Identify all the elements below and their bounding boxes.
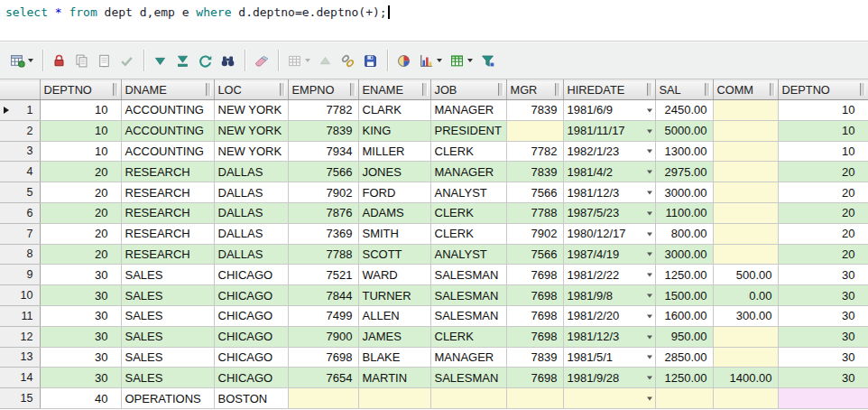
refresh-button[interactable] bbox=[195, 49, 216, 72]
cell-deptno[interactable]: 30 bbox=[40, 326, 121, 347]
cell-empno[interactable]: 7900 bbox=[288, 326, 358, 347]
sql-editor[interactable]: select * from dept d,emp e where d.deptn… bbox=[0, 0, 868, 42]
cell-hiredate[interactable]: 1981/12/3 bbox=[563, 182, 655, 203]
cell-mgr[interactable] bbox=[506, 388, 563, 409]
date-dropdown-icon[interactable] bbox=[647, 232, 652, 236]
cell-hiredate[interactable]: 1987/4/19 bbox=[563, 244, 655, 265]
cell-ename[interactable]: BLAKE bbox=[358, 347, 430, 368]
date-dropdown-icon[interactable] bbox=[647, 211, 652, 215]
cell-ename[interactable]: ADAMS bbox=[358, 202, 430, 223]
cell-dname[interactable]: SALES bbox=[121, 265, 214, 285]
cell-empno[interactable]: 7566 bbox=[288, 162, 358, 182]
cell-deptno2[interactable]: 10 bbox=[778, 100, 868, 121]
cell-deptno[interactable]: 30 bbox=[40, 305, 121, 326]
cell-empno[interactable]: 7369 bbox=[288, 223, 358, 244]
column-resize-handle[interactable] bbox=[647, 83, 652, 96]
cell-ename[interactable]: JAMES bbox=[358, 326, 430, 347]
date-dropdown-icon[interactable] bbox=[647, 150, 652, 154]
chart-button[interactable] bbox=[416, 49, 445, 72]
cell-mgr[interactable]: 7698 bbox=[506, 368, 563, 388]
save-results-button[interactable] bbox=[360, 49, 381, 72]
date-dropdown-icon[interactable] bbox=[647, 294, 652, 297]
cell-sal[interactable]: 2975.00 bbox=[655, 162, 713, 182]
cell-hiredate[interactable] bbox=[563, 388, 655, 409]
cell-job[interactable]: ANALYST bbox=[430, 244, 506, 265]
row-selector[interactable]: 14 bbox=[0, 368, 40, 388]
clear-button[interactable] bbox=[251, 49, 272, 72]
cell-job[interactable]: MANAGER bbox=[430, 100, 506, 121]
cell-hiredate[interactable]: 1981/2/20 bbox=[563, 305, 655, 326]
cell-job[interactable]: SALESMAN bbox=[430, 265, 506, 285]
cell-deptno[interactable]: 10 bbox=[40, 141, 121, 162]
cell-comm[interactable]: 500.00 bbox=[713, 265, 778, 285]
time-statistics-button[interactable] bbox=[393, 49, 414, 72]
cell-mgr[interactable]: 7788 bbox=[506, 202, 563, 223]
cell-deptno2[interactable]: 20 bbox=[778, 202, 868, 223]
cell-comm[interactable] bbox=[713, 162, 778, 182]
lock-button[interactable] bbox=[49, 49, 69, 72]
cell-hiredate[interactable]: 1980/12/17 bbox=[563, 223, 655, 244]
cell-hiredate[interactable]: 1987/5/23 bbox=[563, 202, 655, 223]
cell-dname[interactable]: RESEARCH bbox=[121, 202, 214, 223]
cell-ename[interactable]: ALLEN bbox=[358, 305, 430, 326]
date-dropdown-icon[interactable] bbox=[647, 129, 652, 133]
cell-ename[interactable]: MARTIN bbox=[358, 368, 430, 388]
column-resize-handle[interactable] bbox=[350, 83, 356, 96]
cell-job[interactable]: CLERK bbox=[430, 326, 506, 347]
linked-query-button[interactable] bbox=[337, 49, 358, 72]
cell-ename[interactable]: JONES bbox=[358, 162, 430, 182]
cell-empno[interactable]: 7654 bbox=[288, 368, 358, 388]
cell-loc[interactable]: DALLAS bbox=[214, 202, 288, 223]
cell-mgr[interactable]: 7698 bbox=[506, 305, 563, 326]
col-header-sal[interactable]: SAL bbox=[655, 80, 713, 100]
cell-hiredate[interactable]: 1981/12/3 bbox=[563, 326, 655, 347]
cell-dname[interactable]: SALES bbox=[121, 326, 214, 347]
cell-job[interactable]: MANAGER bbox=[430, 162, 506, 182]
cell-deptno2[interactable]: 10 bbox=[778, 120, 868, 141]
cell-deptno2[interactable] bbox=[778, 388, 868, 409]
cell-loc[interactable]: DALLAS bbox=[214, 182, 288, 203]
col-header-mgr[interactable]: MGR bbox=[506, 80, 563, 100]
cell-deptno[interactable]: 30 bbox=[40, 285, 121, 306]
cell-deptno2[interactable]: 30 bbox=[778, 305, 868, 326]
cell-comm[interactable]: 1400.00 bbox=[713, 368, 778, 388]
row-selector[interactable]: 9 bbox=[0, 265, 40, 285]
cell-ename[interactable]: TURNER bbox=[358, 285, 430, 306]
col-header-ename[interactable]: ENAME bbox=[358, 80, 430, 100]
cell-ename[interactable]: SCOTT bbox=[358, 244, 430, 265]
cell-loc[interactable]: CHICAGO bbox=[214, 368, 288, 388]
row-selector[interactable]: 7 bbox=[0, 223, 40, 244]
col-header-comm[interactable]: COMM bbox=[713, 80, 778, 100]
cell-comm[interactable] bbox=[713, 326, 778, 347]
find-button[interactable] bbox=[217, 49, 238, 72]
cell-mgr[interactable]: 7839 bbox=[506, 162, 563, 182]
cell-mgr[interactable]: 7902 bbox=[506, 223, 563, 244]
cell-mgr[interactable]: 7839 bbox=[506, 347, 563, 368]
cell-dname[interactable]: RESEARCH bbox=[121, 223, 214, 244]
layout-grid-button[interactable] bbox=[7, 49, 36, 72]
cell-ename[interactable]: MILLER bbox=[358, 141, 430, 162]
cell-comm[interactable] bbox=[713, 244, 778, 265]
dropdown-arrow-icon[interactable] bbox=[28, 59, 33, 62]
cell-ename[interactable] bbox=[358, 388, 430, 409]
cell-dname[interactable]: ACCOUNTING bbox=[121, 141, 214, 162]
cell-dname[interactable]: SALES bbox=[121, 368, 214, 388]
cell-sal[interactable]: 2450.00 bbox=[655, 100, 713, 121]
cell-mgr[interactable]: 7698 bbox=[506, 285, 563, 306]
dropdown-arrow-icon[interactable] bbox=[305, 59, 310, 62]
cell-job[interactable]: SALESMAN bbox=[430, 285, 506, 306]
cell-sal[interactable]: 3000.00 bbox=[655, 244, 713, 265]
cell-ename[interactable]: FORD bbox=[358, 182, 430, 203]
cell-empno[interactable]: 7844 bbox=[288, 285, 358, 306]
cell-loc[interactable]: NEW YORK bbox=[214, 120, 288, 141]
cell-sal[interactable]: 800.00 bbox=[655, 223, 713, 244]
cell-dname[interactable]: RESEARCH bbox=[121, 182, 214, 203]
column-resize-handle[interactable] bbox=[422, 83, 428, 96]
report-table-button[interactable] bbox=[447, 49, 476, 72]
row-selector[interactable]: 6 bbox=[0, 202, 40, 223]
cell-deptno[interactable]: 20 bbox=[40, 162, 121, 182]
row-selector[interactable]: 13 bbox=[0, 347, 40, 368]
cell-loc[interactable]: NEW YORK bbox=[214, 141, 288, 162]
cell-sal[interactable] bbox=[655, 388, 713, 409]
cell-ename[interactable]: CLARK bbox=[358, 100, 430, 121]
